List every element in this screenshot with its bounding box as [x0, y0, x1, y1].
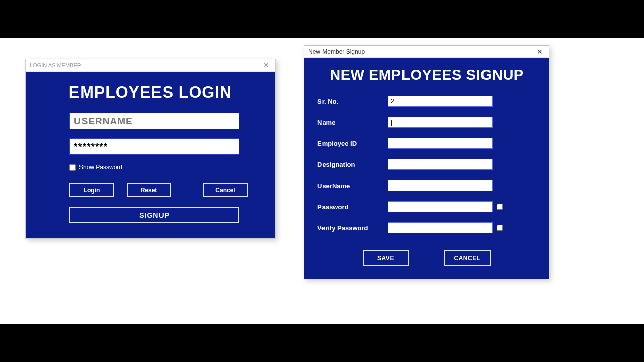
- name-field[interactable]: [388, 117, 493, 128]
- login-button[interactable]: Login: [69, 183, 114, 197]
- password-label: Password: [317, 203, 388, 211]
- close-icon[interactable]: ✕: [535, 48, 545, 56]
- password-field[interactable]: [69, 138, 239, 155]
- designation-label: Designation: [317, 161, 388, 168]
- password-show-checkbox[interactable]: [497, 204, 503, 210]
- close-icon[interactable]: ✕: [261, 61, 271, 69]
- signup-password-field[interactable]: [388, 201, 493, 212]
- signup-window-title: New Member Signup: [308, 48, 365, 55]
- verify-password-show-checkbox[interactable]: [497, 225, 503, 231]
- login-body: EMPLOYEES LOGIN Show Password Login Rese…: [26, 72, 275, 238]
- reset-button[interactable]: Reset: [127, 183, 171, 197]
- show-password-checkbox[interactable]: [69, 164, 76, 171]
- letterbox-top: [0, 0, 644, 38]
- show-password-label: Show Password: [79, 164, 122, 171]
- verify-password-field[interactable]: [388, 222, 493, 233]
- designation-field[interactable]: [388, 159, 493, 170]
- login-window-title: LOGIN AS MEMBER: [30, 62, 82, 68]
- signup-cancel-button[interactable]: CANCEL: [444, 250, 491, 266]
- name-label: Name: [317, 119, 388, 126]
- signup-heading: NEW EMPLOYEES SIGNUP: [317, 67, 536, 83]
- signup-window: New Member Signup ✕ NEW EMPLOYEES SIGNUP…: [304, 45, 549, 279]
- login-heading: EMPLOYEES LOGIN: [46, 83, 255, 102]
- signup-titlebar[interactable]: New Member Signup ✕: [304, 46, 549, 58]
- save-button[interactable]: SAVE: [363, 250, 409, 266]
- username-field[interactable]: [69, 113, 239, 129]
- verify-password-label: Verify Password: [317, 224, 388, 232]
- signup-username-field[interactable]: [388, 180, 493, 191]
- employee-id-label: Employee ID: [317, 140, 388, 147]
- sr-no-label: Sr. No.: [317, 98, 388, 105]
- username-label: UserName: [317, 182, 388, 190]
- signup-body: NEW EMPLOYEES SIGNUP Sr. No. Name Employ…: [304, 58, 549, 279]
- letterbox-bottom: [0, 324, 644, 362]
- login-window: LOGIN AS MEMBER ✕ EMPLOYEES LOGIN Show P…: [25, 59, 276, 239]
- employee-id-field[interactable]: [388, 138, 493, 149]
- sr-no-field[interactable]: [388, 96, 493, 107]
- cancel-button[interactable]: Cancel: [203, 183, 248, 197]
- signup-button[interactable]: SIGNUP: [69, 207, 239, 223]
- login-titlebar[interactable]: LOGIN AS MEMBER ✕: [26, 59, 275, 72]
